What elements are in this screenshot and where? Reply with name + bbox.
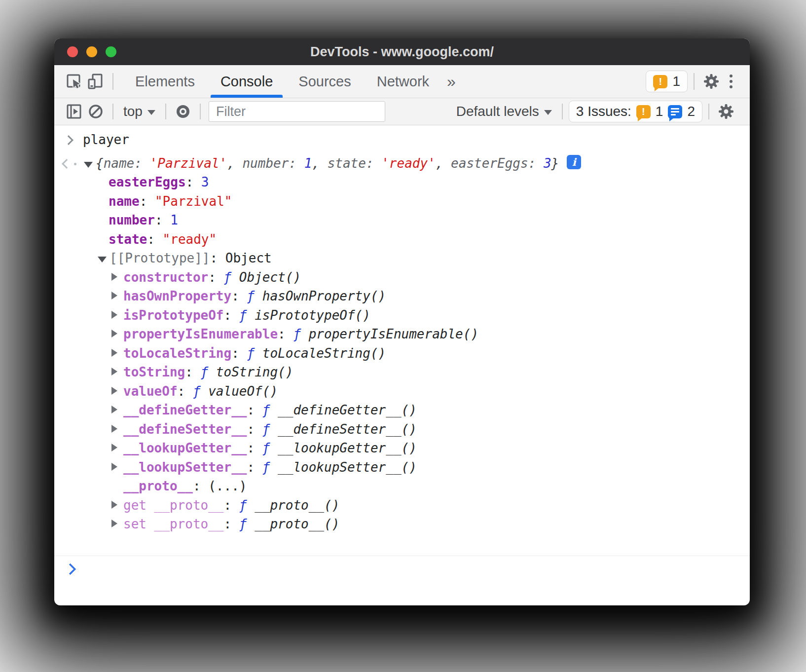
filter-input[interactable]	[209, 101, 385, 122]
context-selector[interactable]: top	[119, 104, 159, 119]
main-toolbar: Elements Console Sources Network » ! 1	[54, 65, 750, 98]
console-token: :	[278, 327, 293, 341]
console-token: "Parzival"	[155, 194, 232, 209]
console-token: easterEggs	[109, 175, 186, 189]
console-line: name: "Parzival"	[54, 192, 750, 211]
device-toolbar-button[interactable]	[85, 71, 107, 92]
disclosure-triangle[interactable]	[111, 287, 123, 306]
disclosure-triangle[interactable]	[111, 515, 123, 534]
console-token: easterEggs:	[451, 156, 544, 171]
log-levels-selector[interactable]: Default levels	[452, 104, 556, 119]
disclosure-triangle[interactable]	[111, 458, 123, 477]
zoom-window-button[interactable]	[106, 46, 116, 57]
console-prompt[interactable]	[54, 556, 750, 584]
console-sidebar-toggle-button[interactable]	[63, 101, 85, 122]
disclosure-triangle[interactable]	[111, 306, 123, 325]
console-token: isPrototypeOf()	[255, 308, 370, 323]
console-panel: player{name: 'Parzival', number: 1, stat…	[54, 125, 750, 605]
console-token: state	[109, 232, 147, 247]
console-token: number	[109, 213, 155, 227]
disclosure-triangle[interactable]	[98, 249, 110, 268]
disclosure-triangle[interactable]	[111, 439, 123, 458]
close-window-button[interactable]	[67, 46, 78, 57]
console-token: __lookupGetter__	[123, 441, 247, 455]
console-token: Object()	[239, 270, 301, 285]
disclosure-triangle[interactable]	[111, 420, 123, 439]
result-arrow-icon	[63, 160, 70, 167]
clear-console-button[interactable]	[85, 101, 107, 122]
more-tabs-chevron[interactable]: »	[442, 73, 461, 91]
tab-network[interactable]: Network	[364, 65, 442, 98]
toolbar-separator	[708, 104, 709, 119]
console-token: ƒ	[247, 289, 262, 303]
disclosure-triangle[interactable]	[111, 344, 123, 363]
console-line: toString: ƒ toString()	[54, 363, 750, 382]
console-token: :	[247, 422, 262, 437]
console-token: ƒ	[293, 327, 308, 341]
disclosure-triangle[interactable]	[111, 363, 123, 382]
prompt-chevron-icon	[64, 563, 76, 575]
tab-console[interactable]: Console	[208, 65, 286, 98]
issues-badge[interactable]: 3 Issues: ! 1 2	[569, 101, 702, 122]
console-token: name	[109, 194, 140, 209]
tab-sources[interactable]: Sources	[286, 65, 364, 98]
console-token: :	[224, 498, 239, 513]
info-icon[interactable]: i	[567, 155, 581, 169]
console-token: ƒ	[262, 422, 278, 437]
disclosure-triangle[interactable]	[111, 382, 123, 401]
console-token: 'ready'	[381, 156, 436, 171]
minimize-window-button[interactable]	[86, 46, 97, 57]
console-line: valueOf: ƒ valueOf()	[54, 382, 750, 401]
console-token: __defineGetter__()	[278, 403, 417, 417]
console-toolbar: top Default levels 3 Issues: !	[54, 98, 750, 125]
screenshot-stage: DevTools - www.google.com/ Eleme	[0, 0, 806, 672]
console-token: ƒ	[247, 346, 262, 361]
console-line: __lookupGetter__: ƒ __lookupGetter__()	[54, 439, 750, 458]
disclosure-triangle[interactable]	[111, 325, 123, 344]
issue-message-bubble-icon	[668, 105, 682, 118]
disclosure-triangle[interactable]	[111, 401, 123, 420]
console-line: state: "ready"	[54, 230, 750, 249]
console-token: :	[247, 441, 262, 455]
console-settings-gear-button[interactable]	[715, 101, 737, 122]
console-token: : Object	[210, 251, 272, 265]
console-token: :	[178, 384, 193, 399]
console-command-line: player	[54, 130, 750, 149]
console-token: :	[140, 194, 155, 209]
disclosure-triangle[interactable]	[111, 268, 123, 287]
console-token: toString()	[216, 365, 293, 379]
console-token: ,	[227, 156, 242, 171]
result-dot-icon	[74, 163, 76, 165]
console-line: easterEggs: 3	[54, 173, 750, 192]
console-token: }	[551, 156, 559, 171]
console-token: propertyIsEnumerable()	[309, 327, 478, 341]
live-expression-eye-button[interactable]	[172, 101, 194, 122]
console-token: 1	[304, 156, 312, 171]
console-token: [[Prototype]]	[110, 251, 210, 265]
console-token: ƒ	[193, 384, 208, 399]
console-token: ƒ	[262, 460, 278, 475]
error-count-badge[interactable]: ! 1	[646, 71, 688, 92]
console-token: __defineGetter__	[123, 403, 247, 417]
console-token: number:	[242, 156, 304, 171]
tab-elements[interactable]: Elements	[122, 65, 208, 98]
issue-error-count: 1	[656, 104, 663, 119]
console-token: get __proto__	[123, 498, 224, 513]
console-token: :	[224, 308, 239, 323]
console-token: player	[83, 132, 129, 147]
settings-gear-button[interactable]	[700, 71, 722, 92]
disclosure-triangle[interactable]	[111, 496, 123, 515]
console-line: __lookupSetter__: ƒ __lookupSetter__()	[54, 458, 750, 477]
console-line: {name: 'Parzival', number: 1, state: 're…	[54, 154, 750, 173]
kebab-menu-button[interactable]	[722, 75, 740, 88]
console-token: :	[231, 289, 247, 303]
console-token: :	[185, 365, 200, 379]
console-token: __defineSetter__	[123, 422, 247, 437]
inspect-element-button[interactable]	[63, 71, 85, 92]
console-token: propertyIsEnumerable	[123, 327, 278, 341]
disclosure-triangle[interactable]	[84, 154, 96, 173]
console-token: :	[224, 517, 239, 531]
console-log: player{name: 'Parzival', number: 1, stat…	[54, 130, 750, 534]
console-token: ƒ	[262, 403, 278, 417]
console-token: __defineSetter__()	[278, 422, 417, 437]
